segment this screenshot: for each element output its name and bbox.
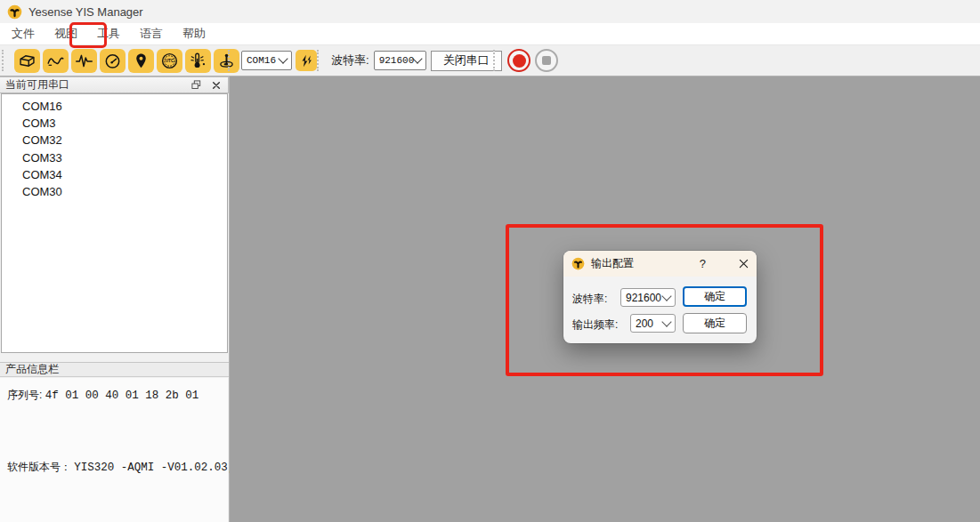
window-title: Yesense YIS Manager: [28, 5, 143, 19]
toolbar-port-group: COM16: [228, 45, 317, 76]
close-panel-icon[interactable]: [210, 79, 223, 92]
menu-item-file[interactable]: 文件: [4, 24, 42, 44]
refresh-icon: [299, 53, 314, 68]
baud-rate-label: 波特率:: [331, 52, 369, 68]
baud-rate-select[interactable]: 921600: [374, 51, 426, 70]
chevron-down-icon: [413, 53, 423, 63]
dialog-baud-label: 波特率:: [572, 292, 607, 307]
location-icon: [132, 52, 150, 70]
toolbar-drag-handle[interactable]: [228, 50, 234, 71]
port-list-item[interactable]: COM16: [2, 98, 227, 115]
gauge-icon: [103, 52, 122, 70]
firmware-version-value: YIS320 -AQMI -V01.02.03;: [74, 462, 234, 474]
port-list-item[interactable]: COM34: [2, 166, 227, 183]
baud-rate-value: 921600: [379, 55, 415, 66]
toolbar-temperature-button[interactable]: [185, 49, 211, 73]
toolbar-location-button[interactable]: [128, 49, 154, 73]
output-config-dialog: 输出配置 ? 波特率: 921600 确定 输出频率: 200 确定: [563, 251, 757, 343]
product-info-title: 产品信息栏: [5, 362, 59, 377]
firmware-version-label: 软件版本号：: [7, 461, 71, 473]
chevron-down-icon: [278, 53, 288, 63]
serial-ports-panel: 当前可用串口 COM16 COM3 COM32 COM33 COM34 COM3…: [0, 76, 230, 522]
menu-item-view[interactable]: 视图: [47, 24, 85, 44]
stop-icon: [542, 56, 551, 65]
toolbar-attitude-curve-button[interactable]: [43, 49, 69, 73]
port-list-item[interactable]: COM32: [2, 132, 227, 149]
dialog-baud-select[interactable]: 921600: [620, 288, 676, 307]
menu-item-help[interactable]: 帮助: [175, 24, 213, 44]
dialog-help-button[interactable]: ?: [700, 257, 706, 270]
window-titlebar: Yesense YIS Manager: [0, 0, 980, 23]
toolbar-record-group: [493, 45, 558, 76]
com-port-select[interactable]: COM16: [241, 51, 292, 70]
record-button[interactable]: [507, 49, 530, 72]
menu-item-tools[interactable]: 工具: [90, 24, 127, 44]
toolbar-waveform-button[interactable]: [71, 49, 97, 73]
waveform-icon: [75, 52, 93, 70]
baud-confirm-button[interactable]: 确定: [683, 286, 747, 307]
port-list-item[interactable]: COM33: [2, 149, 227, 166]
close-icon: [739, 259, 749, 269]
yesense-logo-icon: [7, 4, 22, 20]
com-port-value: COM16: [247, 55, 276, 66]
ports-panel-title: 当前可用串口: [5, 77, 182, 92]
svg-text:UTC: UTC: [166, 59, 174, 63]
toolbar: UTC COM16: [0, 44, 980, 76]
port-list-item[interactable]: COM3: [2, 115, 227, 132]
stop-button[interactable]: [535, 49, 558, 72]
chevron-down-icon: [661, 317, 671, 326]
toolbar-view-group: UTC: [2, 45, 239, 76]
yesense-logo-icon: [571, 257, 585, 270]
temperature-icon: [189, 52, 207, 70]
product-info-body: 序列号: 4f 01 00 40 01 18 2b 01 软件版本号： YIS3…: [0, 378, 228, 522]
dialog-rate-value: 200: [636, 317, 653, 330]
dialog-rate-label: 输出频率:: [572, 317, 618, 333]
toolbar-drag-handle[interactable]: [493, 50, 499, 71]
dialog-baud-value: 921600: [626, 292, 661, 304]
refresh-ports-button[interactable]: [296, 50, 317, 71]
dialog-close-button[interactable]: [739, 259, 749, 269]
serial-number-label: 序列号:: [7, 389, 42, 401]
menu-item-language[interactable]: 语言: [133, 24, 170, 44]
port-list: COM16 COM3 COM32 COM33 COM34 COM30: [1, 93, 228, 353]
toolbar-gauge-button[interactable]: [100, 49, 126, 73]
firmware-version-row: 软件版本号： YIS320 -AQMI -V01.02.03;: [7, 460, 234, 475]
dialog-title: 输出配置: [591, 256, 634, 271]
utc-clock-icon: UTC: [160, 52, 179, 70]
3d-box-icon: [18, 52, 36, 70]
dialog-body: 波特率: 921600 确定 输出频率: 200 确定: [563, 277, 757, 343]
attitude-curve-icon: [46, 52, 65, 70]
chevron-down-icon: [661, 291, 671, 301]
record-icon: [513, 54, 526, 68]
toolbar-utc-clock-button[interactable]: UTC: [157, 49, 182, 73]
menu-bar: 文件 视图 工具 语言 帮助: [0, 23, 980, 44]
ports-panel-header: 当前可用串口: [0, 76, 229, 93]
port-list-item[interactable]: COM30: [2, 183, 227, 200]
float-panel-icon[interactable]: [190, 79, 202, 92]
toolbar-baud-group: 波特率: 921600 关闭串口: [317, 45, 502, 76]
serial-number-row: 序列号: 4f 01 00 40 01 18 2b 01: [7, 388, 198, 403]
toolbar-drag-handle[interactable]: [2, 50, 8, 71]
dialog-titlebar: 输出配置 ?: [563, 251, 757, 277]
close-port-button[interactable]: 关闭串口: [431, 51, 502, 71]
serial-number-value: 4f 01 00 40 01 18 2b 01: [45, 389, 199, 402]
product-info-header: 产品信息栏: [0, 362, 229, 377]
dialog-rate-select[interactable]: 200: [630, 314, 676, 333]
toolbar-3d-view-button[interactable]: [14, 49, 40, 73]
toolbar-drag-handle[interactable]: [317, 50, 323, 71]
rate-confirm-button[interactable]: 确定: [683, 313, 747, 333]
